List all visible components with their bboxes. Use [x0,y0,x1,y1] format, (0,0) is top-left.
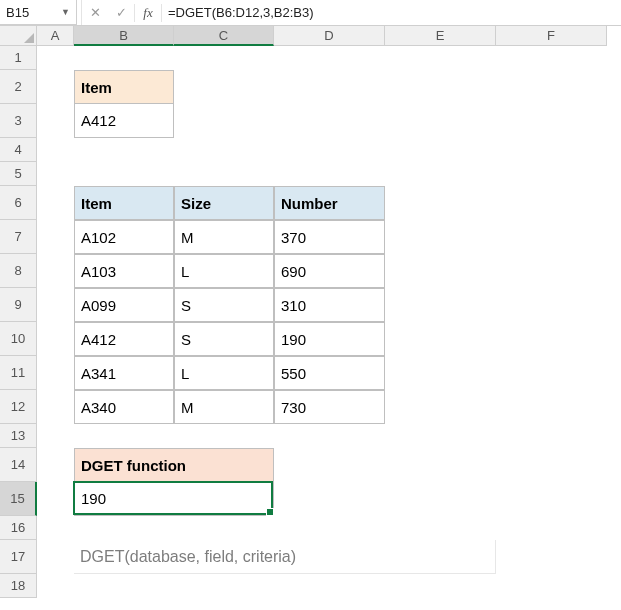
row-header[interactable]: 16 [0,516,37,540]
column-header[interactable]: A [37,26,74,46]
result-value[interactable]: 190 [74,482,274,516]
table-header[interactable]: Number [274,186,385,220]
name-box-value: B15 [6,5,29,20]
result-title[interactable]: DGET function [74,448,274,482]
confirm-button[interactable]: ✓ [108,0,134,25]
row-header[interactable]: 10 [0,322,37,356]
table-cell[interactable]: L [174,254,274,288]
table-cell[interactable]: S [174,288,274,322]
insert-function-button[interactable]: fx [135,0,161,25]
table-cell[interactable]: A341 [74,356,174,390]
table-cell[interactable]: A340 [74,390,174,424]
row-header[interactable]: 3 [0,104,37,138]
column-header[interactable]: D [274,26,385,46]
column-header[interactable]: C [174,26,274,46]
cancel-button[interactable]: ✕ [82,0,108,25]
table-cell[interactable]: 730 [274,390,385,424]
table-cell[interactable]: L [174,356,274,390]
chevron-down-icon[interactable]: ▼ [61,7,70,17]
row-header[interactable]: 11 [0,356,37,390]
row-header[interactable]: 15 [0,482,37,516]
table-cell[interactable]: 690 [274,254,385,288]
table-cell[interactable]: S [174,322,274,356]
row-header[interactable]: 9 [0,288,37,322]
table-cell[interactable]: A102 [74,220,174,254]
table-cell[interactable]: A103 [74,254,174,288]
row-header[interactable]: 6 [0,186,37,220]
name-box[interactable]: B15 ▼ [0,0,77,25]
row-header[interactable]: 5 [0,162,37,186]
table-cell[interactable]: A099 [74,288,174,322]
row-header[interactable]: 18 [0,574,37,598]
criteria-header[interactable]: Item [74,70,174,104]
row-header[interactable]: 13 [0,424,37,448]
row-header[interactable]: 12 [0,390,37,424]
row-header[interactable]: 14 [0,448,37,482]
table-cell[interactable]: 370 [274,220,385,254]
criteria-value[interactable]: A412 [74,104,174,138]
column-header[interactable]: E [385,26,496,46]
formula-bar: B15 ▼ ✕ ✓ fx [0,0,621,26]
table-cell[interactable]: M [174,390,274,424]
table-cell[interactable]: A412 [74,322,174,356]
select-all-corner[interactable] [0,26,37,46]
formula-input[interactable] [162,0,621,25]
table-cell[interactable]: 310 [274,288,385,322]
row-header[interactable]: 8 [0,254,37,288]
row-header[interactable]: 17 [0,540,37,574]
row-header[interactable]: 4 [0,138,37,162]
table-cell[interactable]: M [174,220,274,254]
footnote: DGET(database, field, criteria) [74,540,496,574]
row-header[interactable]: 1 [0,46,37,70]
row-header[interactable]: 2 [0,70,37,104]
row-header[interactable]: 7 [0,220,37,254]
column-header[interactable]: F [496,26,607,46]
table-cell[interactable]: 550 [274,356,385,390]
column-header[interactable]: B [74,26,174,46]
table-cell[interactable]: 190 [274,322,385,356]
table-header[interactable]: Size [174,186,274,220]
table-header[interactable]: Item [74,186,174,220]
